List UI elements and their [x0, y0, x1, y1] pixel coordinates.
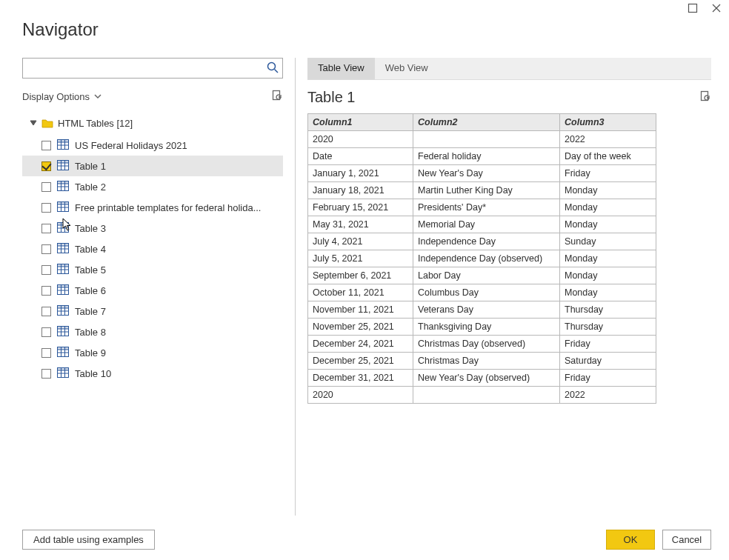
table-row[interactable]: November 11, 2021Veterans DayThursday: [308, 301, 656, 319]
tree-item[interactable]: Table 8: [22, 321, 283, 342]
tree-item[interactable]: Table 2: [22, 176, 283, 197]
tree-item[interactable]: Table 6: [22, 280, 283, 301]
tree-root[interactable]: HTML Tables [12]: [22, 113, 283, 133]
table-cell: Labor Day: [413, 267, 560, 284]
tree-item-label: US Federal Holidays 2021: [75, 140, 187, 151]
table-row[interactable]: 20202022: [308, 131, 656, 148]
tree-item-checkbox[interactable]: [41, 244, 51, 254]
table-cell: Columbus Day: [413, 284, 560, 301]
table-cell: November 25, 2021: [308, 319, 413, 336]
cancel-button[interactable]: Cancel: [662, 530, 711, 550]
table-row[interactable]: January 18, 2021Martin Luther King DayMo…: [308, 182, 656, 199]
tree-item-checkbox[interactable]: [41, 265, 51, 275]
table-row[interactable]: July 4, 2021Independence DaySunday: [308, 233, 656, 250]
tree-item-label: Table 10: [75, 368, 111, 379]
table-cell: October 11, 2021: [308, 284, 413, 301]
tree-item-checkbox[interactable]: [41, 307, 51, 316]
tree-item-checkbox[interactable]: [41, 369, 51, 379]
svg-rect-42: [58, 243, 69, 246]
tables-tree: HTML Tables [12] US Federal Holidays 202…: [22, 113, 283, 384]
table-icon: [57, 160, 69, 173]
table-cell: Date: [308, 148, 413, 165]
table-cell: January 18, 2021: [308, 182, 413, 199]
table-icon: [57, 305, 69, 318]
tree-item[interactable]: Table 3: [22, 218, 283, 239]
add-table-using-examples-button[interactable]: Add table using examples: [22, 530, 155, 550]
column-header[interactable]: Column1: [308, 114, 413, 131]
close-icon[interactable]: [711, 3, 722, 16]
tree-item[interactable]: Table 7: [22, 301, 283, 321]
tree-item-checkbox[interactable]: [41, 348, 51, 358]
table-icon: [57, 222, 69, 235]
table-cell: [413, 387, 560, 404]
tab-web-view[interactable]: Web View: [375, 58, 439, 79]
tree-item-label: Table 3: [75, 223, 106, 234]
table-cell: 2022: [560, 131, 656, 148]
table-cell: July 4, 2021: [308, 233, 413, 250]
svg-point-3: [268, 63, 276, 70]
column-header[interactable]: Column2: [413, 114, 560, 131]
table-cell: 2022: [560, 387, 656, 404]
tree-item[interactable]: Table 1: [22, 156, 283, 176]
table-cell: Independence Day (observed): [413, 250, 560, 267]
table-row[interactable]: 20202022: [308, 387, 656, 404]
tree-item-checkbox[interactable]: [41, 327, 51, 337]
table-cell: Federal holiday: [413, 148, 560, 165]
table-cell: Thanksgiving Day: [413, 319, 560, 336]
tree-item[interactable]: Table 5: [22, 259, 283, 280]
tree-item[interactable]: Table 10: [22, 363, 283, 384]
table-cell: 2020: [308, 131, 413, 148]
table-row[interactable]: October 11, 2021Columbus DayMonday: [308, 284, 656, 301]
display-options-label: Display Options: [22, 91, 90, 102]
table-cell: February 15, 2021: [308, 199, 413, 216]
tab-table-view[interactable]: Table View: [307, 58, 375, 79]
tree-item[interactable]: US Federal Holidays 2021: [22, 135, 283, 156]
refresh-icon[interactable]: [271, 90, 283, 104]
tree-item-label: Table 2: [75, 181, 106, 193]
table-row[interactable]: September 6, 2021Labor DayMonday: [308, 267, 656, 284]
table-icon: [57, 284, 69, 297]
table-cell: Friday: [560, 165, 656, 182]
ok-button[interactable]: OK: [606, 530, 655, 550]
table-cell: Day of the week: [560, 148, 656, 165]
tree-item[interactable]: Free printable templates for federal hol…: [22, 197, 283, 218]
tree-item-label: Table 7: [75, 306, 106, 317]
table-row[interactable]: November 25, 2021Thanksgiving DayThursda…: [308, 319, 656, 336]
table-row[interactable]: January 1, 2021New Year's DayFriday: [308, 165, 656, 182]
refresh-preview-icon[interactable]: [699, 90, 711, 104]
table-cell: July 5, 2021: [308, 250, 413, 267]
svg-rect-60: [58, 305, 69, 308]
tree-item-checkbox[interactable]: [41, 141, 51, 150]
tree-item-checkbox[interactable]: [41, 182, 51, 192]
tree-item[interactable]: Table 9: [22, 342, 283, 363]
table-icon: [57, 243, 69, 256]
table-row[interactable]: May 31, 2021Memorial DayMonday: [308, 216, 656, 233]
table-row[interactable]: DateFederal holidayDay of the week: [308, 148, 656, 165]
search-icon[interactable]: [267, 61, 279, 73]
table-row[interactable]: July 5, 2021Independence Day (observed)M…: [308, 250, 656, 267]
tree-item-checkbox[interactable]: [41, 203, 51, 213]
tree-item-checkbox[interactable]: [41, 286, 51, 296]
tree-item[interactable]: Table 4: [22, 239, 283, 259]
tree-item-checkbox[interactable]: [41, 161, 51, 171]
column-header[interactable]: Column3: [560, 114, 656, 131]
maximize-icon[interactable]: [688, 3, 698, 16]
table-cell: New Year's Day (observed): [413, 370, 560, 387]
table-cell: December 24, 2021: [308, 336, 413, 353]
svg-marker-6: [30, 121, 36, 125]
table-icon: [57, 264, 69, 276]
table-row[interactable]: December 25, 2021Christmas DaySaturday: [308, 353, 656, 370]
tree-item-checkbox[interactable]: [41, 224, 51, 233]
table-row[interactable]: December 31, 2021New Year's Day (observe…: [308, 370, 656, 387]
table-row[interactable]: December 24, 2021Christmas Day (observed…: [308, 336, 656, 353]
table-cell: Sunday: [560, 233, 656, 250]
table-cell: Monday: [560, 267, 656, 284]
preview-title: Table 1: [307, 89, 356, 106]
table-cell: December 25, 2021: [308, 353, 413, 370]
table-cell: Memorial Day: [413, 216, 560, 233]
display-options-dropdown[interactable]: Display Options: [22, 91, 101, 102]
table-row[interactable]: February 15, 2021Presidents' Day*Monday: [308, 199, 656, 216]
table-cell: Independence Day: [413, 233, 560, 250]
navigator-right-pane: Table ViewWeb View Table 1 Column1Column…: [307, 58, 711, 516]
search-input[interactable]: [22, 58, 283, 79]
